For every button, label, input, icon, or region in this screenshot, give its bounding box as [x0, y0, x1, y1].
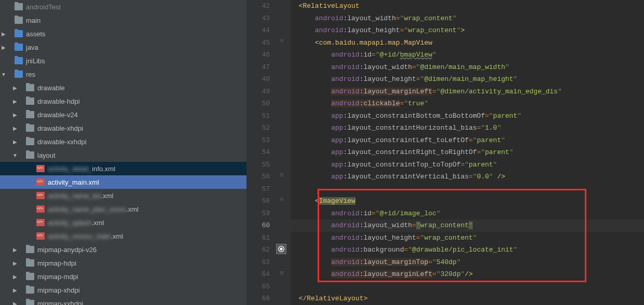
tree-label: main [26, 17, 40, 24]
tree-item-file[interactable]: activity_xxxxxx_main.xml [0, 229, 246, 243]
tree-label: mipmap-hdpi [37, 259, 76, 267]
tree-item-layout[interactable]: ▼ layout [0, 148, 246, 162]
code-line[interactable]: android:layout_marginTop="540dp" [291, 256, 644, 269]
folder-icon [26, 138, 34, 145]
tree-item-file[interactable]: activity_splash.xml [0, 216, 246, 229]
fold-icon[interactable]: ⊖ [278, 37, 285, 44]
code-line[interactable]: <RelativeLayout [291, 0, 644, 12]
chevron-right-icon: ▶ [0, 31, 7, 37]
code-line[interactable]: app:layout_constraintRight_toRightOf="pa… [291, 146, 644, 159]
code-line[interactable]: android:layout_width="@dimen/main_map_wi… [291, 61, 644, 74]
chevron-right-icon: ▶ [11, 112, 19, 118]
tree-label: assets [26, 30, 46, 38]
folder-icon [15, 17, 23, 24]
code-line[interactable]: app:layout_constraintTop_toTopOf="parent… [291, 159, 644, 171]
tree-label-blurred: activity_detail_ [48, 165, 92, 173]
fold-icon[interactable]: ⊟ [278, 172, 285, 178]
code-line[interactable] [291, 183, 644, 196]
tree-item-drawable-hdpi[interactable]: ▶ drawable-hdpi [0, 94, 246, 108]
fold-icon[interactable]: ⊟ [278, 270, 285, 276]
code-line[interactable]: app:layout_constraintVertical_bias="0.0"… [291, 171, 644, 183]
project-tree[interactable]: androidTest main ▶ assets ▶ java jniLibs… [0, 0, 246, 305]
tree-item-res[interactable]: ▼ res [0, 67, 246, 81]
tree-label: mipmap-xxhdpi [37, 300, 83, 306]
code-line[interactable]: android:layout_height="@dimen/main_map_h… [291, 73, 644, 86]
tree-item-assets[interactable]: ▶ assets [0, 27, 246, 40]
code-line[interactable] [291, 281, 644, 293]
tree-label: java [26, 44, 38, 51]
folder-icon [26, 98, 34, 105]
chevron-right-icon: ▶ [0, 45, 7, 50]
chevron-right-icon: ▶ [11, 287, 19, 293]
tree-item-drawable-xxhdpi[interactable]: ▶ drawable-xxhdpi [0, 135, 246, 148]
tree-item-mipmap-xxhdpi[interactable]: ▶ mipmap-xxhdpi [0, 297, 246, 305]
code-line[interactable]: app:layout_constraintLeft_toLeftOf="pare… [291, 134, 644, 147]
tree-label: mipmap-anydpi-v26 [37, 246, 97, 254]
tree-label: layout [37, 151, 56, 159]
chevron-right-icon: ▶ [11, 301, 19, 306]
code-line[interactable]: <com.baidu.mapapi.map.MapView [291, 37, 644, 49]
tree-item-activity-main[interactable]: activity_main.xml [0, 175, 246, 189]
tree-item-mipmap-xhdpi[interactable]: ▶ mipmap-xhdpi [0, 283, 246, 297]
chevron-right-icon: ▶ [11, 274, 19, 280]
code-area[interactable]: <RelativeLayout android:layout_width="wr… [291, 0, 644, 305]
code-editor[interactable]: 4243444546474849505152535455565758596061… [246, 0, 644, 305]
tree-label: drawable-xhdpi [37, 124, 83, 132]
chevron-right-icon: ▶ [11, 260, 19, 266]
xml-file-icon [36, 232, 45, 240]
code-line[interactable]: android:id="@+id/image_loc" [291, 207, 644, 220]
code-line[interactable]: android:layout_width="wrap_content" [291, 12, 644, 25]
tree-label-blurred: activity_name_list [48, 192, 101, 200]
tree-label: androidTest [26, 3, 61, 11]
code-line[interactable]: android:layout_marginLeft="@dimen/activi… [291, 86, 644, 98]
tree-label: drawable-xxhdpi [37, 138, 87, 146]
tree-item-drawable[interactable]: ▶ drawable [0, 81, 246, 94]
tree-item-main[interactable]: main [0, 13, 246, 27]
folder-icon [15, 3, 23, 10]
code-line[interactable]: android:layout_marginLeft="320dp"/> [291, 268, 644, 281]
tree-item-file[interactable]: activity_detail_info.xml [0, 162, 246, 175]
code-line[interactable]: android:background="@drawable/pic_locate… [291, 244, 644, 256]
code-line[interactable]: android:layout_height="wrap_content" [291, 232, 644, 244]
folder-icon [15, 30, 23, 37]
code-line[interactable]: <ImageView [291, 195, 644, 207]
drawable-preview-icon [276, 244, 286, 254]
tree-label: drawable [37, 84, 65, 92]
code-line[interactable]: app:layout_constraintBottom_toBottomOf="… [291, 110, 644, 122]
fold-gutter: ⊖ ⊟ ⊖ ⊟ [275, 0, 291, 305]
tree-label: mipmap-xhdpi [37, 286, 80, 294]
code-line[interactable]: android:clickable="true" [291, 98, 644, 110]
folder-icon [15, 57, 23, 64]
code-line[interactable]: android:id="@+id/bmapView" [291, 49, 644, 61]
tree-label: .xml [92, 219, 104, 227]
tree-item-drawable-v24[interactable]: ▶ drawable-v24 [0, 108, 246, 121]
tree-label: jniLibs [26, 57, 45, 65]
line-number-gutter: 4243444546474849505152535455565758596061… [246, 0, 275, 305]
tree-item-jnilibs[interactable]: jniLibs [0, 54, 246, 67]
folder-icon [26, 300, 34, 305]
tree-item-file[interactable]: activity_name_plan_xxxxx.xml [0, 202, 246, 216]
folder-icon [26, 111, 34, 118]
folder-icon [15, 44, 23, 51]
chevron-right-icon: ▶ [11, 126, 19, 131]
tree-item-mipmap-hdpi[interactable]: ▶ mipmap-hdpi [0, 256, 246, 270]
folder-icon [26, 151, 34, 159]
fold-icon[interactable]: ⊖ [278, 196, 285, 202]
xml-file-icon [36, 178, 45, 186]
code-line[interactable]: app:layout_constraintHorizontal_bias="1.… [291, 122, 644, 134]
tree-item-drawable-xhdpi[interactable]: ▶ drawable-xhdpi [0, 121, 246, 135]
chevron-right-icon: ▶ [11, 139, 19, 145]
tree-label: .xml [101, 192, 114, 200]
code-line[interactable]: </RelativeLayout> [291, 293, 644, 305]
tree-item-mipmap-anydpi-v26[interactable]: ▶ mipmap-anydpi-v26 [0, 243, 246, 256]
folder-icon [15, 71, 23, 78]
tree-label: info.xml [92, 165, 115, 173]
code-line[interactable]: android:layout_height="wrap_content"> [291, 24, 644, 37]
tree-item-androidtest[interactable]: androidTest [0, 0, 246, 13]
tree-item-java[interactable]: ▶ java [0, 40, 246, 54]
tree-item-file[interactable]: activity_name_list.xml [0, 189, 246, 202]
tree-label: .xml [111, 232, 123, 240]
svg-point-1 [280, 248, 282, 250]
code-line[interactable]: android:layout_width="wrap_content" [291, 219, 644, 232]
tree-item-mipmap-mdpi[interactable]: ▶ mipmap-mdpi [0, 270, 246, 283]
